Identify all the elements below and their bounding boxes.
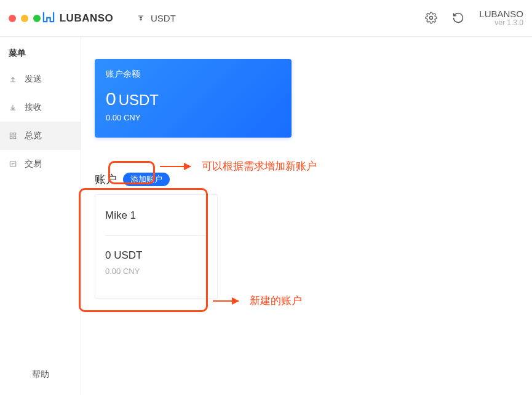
sidebar-item-label: 接收 xyxy=(25,102,42,113)
annotation-arrow-2: 新建的账户 xyxy=(213,294,302,308)
logo-icon xyxy=(42,12,55,25)
brand-name: LUBANSO xyxy=(60,12,114,25)
sidebar-item-label: 总览 xyxy=(25,130,42,141)
maximize-window-button[interactable] xyxy=(33,15,41,22)
close-window-button[interactable] xyxy=(9,15,16,22)
sidebar-item-label: 发送 xyxy=(25,74,42,85)
version-text: ver 1.3.0 xyxy=(479,19,523,28)
sidebar-help[interactable]: 帮助 xyxy=(0,354,81,395)
add-account-button[interactable]: 添加账户 xyxy=(123,173,170,186)
svg-rect-3 xyxy=(10,136,12,139)
refresh-button[interactable] xyxy=(452,12,464,24)
annotation-text-2: 新建的账户 xyxy=(250,294,302,308)
balance-label: 账户余额 xyxy=(106,69,280,80)
sidebar-item-overview[interactable]: 总览 xyxy=(0,122,81,150)
sidebar-item-receive[interactable]: 接收 xyxy=(0,93,81,122)
refresh-icon xyxy=(452,12,464,24)
divider xyxy=(105,235,207,236)
account-name: Mike 1 xyxy=(105,209,207,222)
sidebar-item-send[interactable]: 发送 xyxy=(0,65,81,93)
brand-version: LUBANSO ver 1.3.0 xyxy=(479,9,523,28)
coin-label: USDT xyxy=(151,13,176,23)
sidebar-title: 菜单 xyxy=(0,48,81,65)
sidebar-item-transactions[interactable]: 交易 xyxy=(0,150,81,178)
sidebar: 菜单 发送 接收 总览 交易 帮助 xyxy=(0,37,81,395)
balance-card: 账户余额 0USDT 0.00 CNY xyxy=(95,59,292,138)
account-card[interactable]: Mike 1 0 USDT 0.00 CNY xyxy=(95,194,218,299)
balance-sub: 0.00 CNY xyxy=(106,113,280,122)
svg-point-0 xyxy=(430,17,433,20)
gear-icon xyxy=(425,12,437,24)
grid-icon xyxy=(9,131,17,140)
balance-amount: 0USDT xyxy=(106,88,280,109)
window-controls xyxy=(9,15,41,22)
svg-rect-2 xyxy=(14,133,16,135)
accounts-title: 账户 xyxy=(95,172,117,187)
settings-button[interactable] xyxy=(425,12,437,24)
svg-rect-5 xyxy=(10,162,15,166)
brand-logo: LUBANSO xyxy=(41,12,114,25)
account-sub: 0.00 CNY xyxy=(105,267,207,276)
account-balance: 0 USDT xyxy=(105,249,207,262)
brand-right-name: LUBANSO xyxy=(479,9,523,19)
accounts-header: 账户 添加账户 xyxy=(95,172,518,187)
annotation-text-1: 可以根据需求增加新账户 xyxy=(202,159,317,173)
titlebar: LUBANSO USDT LUBANSO ver 1.3.0 xyxy=(0,0,532,37)
annotation-arrow-1: 可以根据需求增加新账户 xyxy=(160,159,317,173)
upload-icon xyxy=(9,75,17,84)
minimize-window-button[interactable] xyxy=(21,15,28,22)
download-icon xyxy=(9,103,17,112)
swap-icon xyxy=(9,160,17,168)
sidebar-item-label: 交易 xyxy=(25,158,42,170)
main-content: 账户余额 0USDT 0.00 CNY 账户 添加账户 Mike 1 0 USD… xyxy=(81,37,532,395)
tether-icon xyxy=(136,14,146,23)
svg-rect-4 xyxy=(14,136,16,139)
coin-selector[interactable]: USDT xyxy=(136,13,176,23)
svg-rect-1 xyxy=(10,133,12,135)
